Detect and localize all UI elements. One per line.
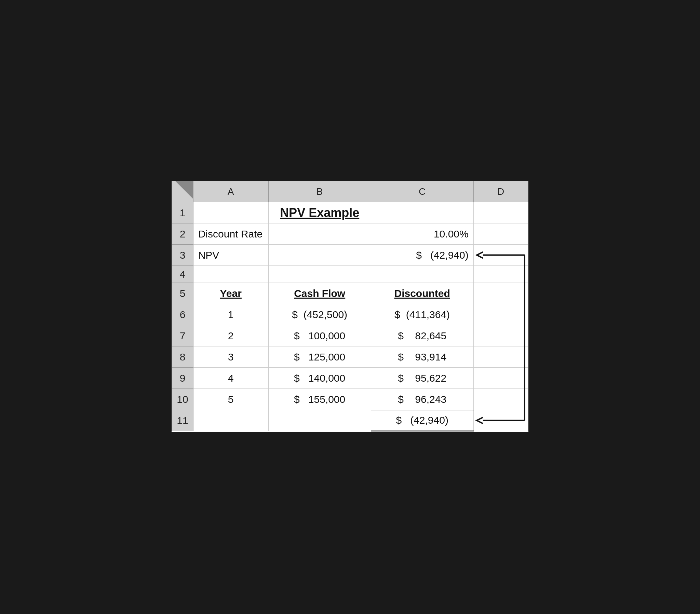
row-header-3: 3 (172, 245, 193, 266)
cell-3c[interactable]: $ (42,940) (371, 245, 473, 266)
cell-8d (473, 347, 528, 368)
cell-11c[interactable]: $ (42,940) (371, 410, 473, 431)
cell-9a[interactable]: 4 (193, 368, 268, 389)
row-7: 7 2 $ 100,000 $ 82,645 (172, 325, 528, 347)
cell-6d (473, 304, 528, 325)
cell-9d (473, 368, 528, 389)
cell-1b[interactable]: NPV Example (268, 202, 371, 224)
cell-1d[interactable] (473, 202, 528, 224)
cell-5a[interactable]: Year (193, 283, 268, 304)
cell-3a[interactable]: NPV (193, 245, 268, 266)
row-header-9: 9 (172, 368, 193, 389)
row-1: 1 NPV Example (172, 202, 528, 224)
spreadsheet-table: A B C D 1 NPV Example (172, 181, 528, 432)
cell-7a[interactable]: 2 (193, 325, 268, 347)
cell-3d (473, 245, 528, 266)
row-header-5: 5 (172, 283, 193, 304)
cell-10c[interactable]: $ 96,243 (371, 389, 473, 410)
cell-6c[interactable]: $ (411,364) (371, 304, 473, 325)
cell-11a[interactable] (193, 410, 268, 431)
row-3: 3 NPV $ (42,940) (172, 245, 528, 266)
cell-9c[interactable]: $ 95,622 (371, 368, 473, 389)
row-header-4: 4 (172, 266, 193, 283)
row-header-10: 10 (172, 389, 193, 410)
title-text: NPV Example (280, 206, 359, 220)
cell-8a[interactable]: 3 (193, 347, 268, 368)
cell-9b[interactable]: $ 140,000 (268, 368, 371, 389)
cell-6a[interactable]: 1 (193, 304, 268, 325)
cell-8b[interactable]: $ 125,000 (268, 347, 371, 368)
cell-4d (473, 266, 528, 283)
cell-7d (473, 325, 528, 347)
col-header-b: B (268, 181, 371, 202)
cell-11d (473, 410, 528, 431)
row-header-11: 11 (172, 410, 193, 431)
row-header-8: 8 (172, 347, 193, 368)
cell-5c[interactable]: Discounted (371, 283, 473, 304)
cell-3b[interactable] (268, 245, 371, 266)
row-9: 9 4 $ 140,000 $ 95,622 (172, 368, 528, 389)
cell-1c[interactable] (371, 202, 473, 224)
row-header-7: 7 (172, 325, 193, 347)
cell-2a[interactable]: Discount Rate (193, 224, 268, 245)
cell-8c[interactable]: $ 93,914 (371, 347, 473, 368)
cell-2d[interactable] (473, 224, 528, 245)
cell-5b[interactable]: Cash Flow (268, 283, 371, 304)
cell-2b[interactable] (268, 224, 371, 245)
cell-4c[interactable] (371, 266, 473, 283)
spreadsheet-wrapper: A B C D 1 NPV Example (165, 174, 535, 440)
row-4: 4 (172, 266, 528, 283)
cell-7c[interactable]: $ 82,645 (371, 325, 473, 347)
cell-2c[interactable]: 10.00% (371, 224, 473, 245)
cell-1a[interactable] (193, 202, 268, 224)
cell-7b[interactable]: $ 100,000 (268, 325, 371, 347)
cell-10b[interactable]: $ 155,000 (268, 389, 371, 410)
cell-5d (473, 283, 528, 304)
row-header-6: 6 (172, 304, 193, 325)
row-header-2: 2 (172, 224, 193, 245)
row-10: 10 5 $ 155,000 $ 96,243 (172, 389, 528, 410)
cell-10a[interactable]: 5 (193, 389, 268, 410)
cell-6b[interactable]: $ (452,500) (268, 304, 371, 325)
cell-10d (473, 389, 528, 410)
col-header-a: A (193, 181, 268, 202)
cell-4a[interactable] (193, 266, 268, 283)
row-2: 2 Discount Rate 10.00% (172, 224, 528, 245)
row-8: 8 3 $ 125,000 $ 93,914 (172, 347, 528, 368)
corner-header (172, 181, 193, 202)
cell-4b[interactable] (268, 266, 371, 283)
row-11: 11 $ (42,940) (172, 410, 528, 431)
row-5: 5 Year Cash Flow Discounted (172, 283, 528, 304)
col-header-d: D (473, 181, 528, 202)
cell-11b[interactable] (268, 410, 371, 431)
row-header-1: 1 (172, 202, 193, 224)
row-6: 6 1 $ (452,500) $ (411,364) (172, 304, 528, 325)
col-header-c: C (371, 181, 473, 202)
